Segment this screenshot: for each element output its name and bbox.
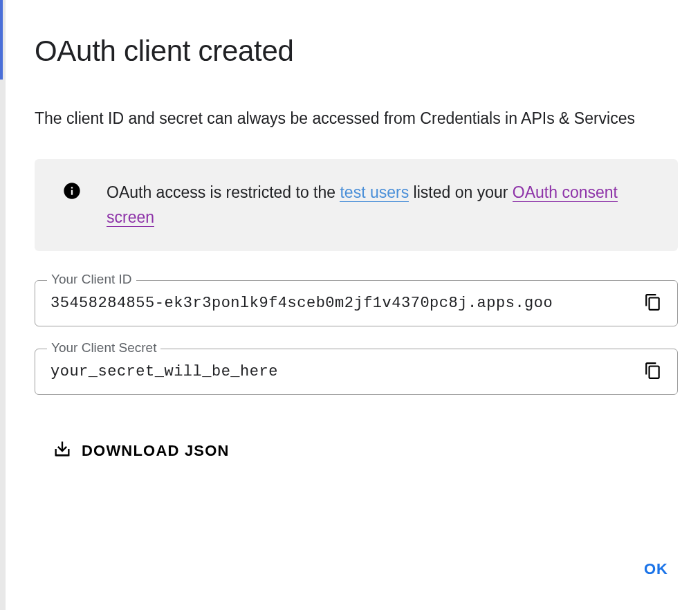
info-icon — [62, 181, 82, 201]
copy-client-id-button[interactable] — [642, 293, 664, 315]
dialog-title: OAuth client created — [35, 35, 678, 68]
client-id-field-wrapper: Your Client ID 35458284855-ek3r3ponlk9f4… — [35, 280, 678, 326]
info-banner-text: OAuth access is restricted to the test u… — [107, 180, 656, 231]
dialog-description: The client ID and secret can always be a… — [35, 107, 678, 131]
client-secret-value[interactable]: your_secret_will_be_here — [35, 349, 678, 395]
left-page-edge — [0, 0, 6, 610]
ok-button[interactable]: OK — [634, 555, 678, 584]
download-icon — [53, 439, 72, 463]
svg-rect-0 — [56, 454, 69, 456]
copy-icon — [644, 362, 662, 382]
info-text-middle: listed on your — [409, 183, 513, 201]
copy-client-secret-button[interactable] — [642, 361, 664, 383]
client-id-value[interactable]: 35458284855-ek3r3ponlk9f4sceb0m2jf1v4370… — [35, 280, 678, 326]
download-json-label: DOWNLOAD JSON — [82, 442, 230, 460]
client-secret-label: Your Client Secret — [47, 340, 160, 355]
info-text-prefix: OAuth access is restricted to the — [107, 183, 340, 201]
client-id-label: Your Client ID — [47, 272, 136, 287]
test-users-link[interactable]: test users — [340, 183, 409, 202]
client-secret-field-wrapper: Your Client Secret your_secret_will_be_h… — [35, 349, 678, 395]
download-json-button[interactable]: DOWNLOAD JSON — [40, 428, 243, 474]
copy-icon — [644, 293, 662, 313]
oauth-client-created-dialog: OAuth client created The client ID and s… — [6, 0, 700, 610]
info-banner: OAuth access is restricted to the test u… — [35, 159, 678, 252]
dialog-actions: OK — [634, 555, 678, 584]
